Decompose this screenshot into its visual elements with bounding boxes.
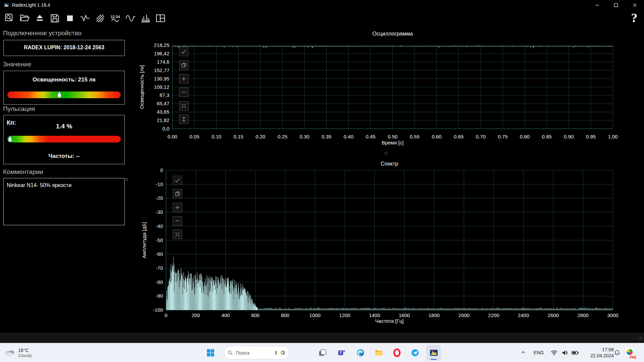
taskbar-messenger-button[interactable] — [408, 345, 422, 360]
svg-text:0: 0 — [165, 312, 167, 318]
svg-text:0.40: 0.40 — [344, 134, 354, 139]
multi-chart-mode-button[interactable] — [93, 11, 107, 25]
wifi-button[interactable] — [549, 348, 559, 357]
taskbar-opera-button[interactable] — [389, 345, 404, 360]
oscillogram-zoom-out-button[interactable] — [179, 87, 189, 97]
svg-text:0.05: 0.05 — [190, 134, 199, 139]
maximize-button[interactable] — [606, 0, 625, 10]
pulsation-section-title: Пульсация — [3, 105, 35, 113]
svg-text:2400: 2400 — [518, 312, 529, 318]
svg-text:0.30: 0.30 — [300, 134, 309, 139]
numeric-mode-icon: 12.34 — [110, 13, 121, 24]
svg-text:0.50: 0.50 — [388, 134, 397, 139]
chevron-up-icon — [520, 350, 526, 356]
svg-text:1.00: 1.00 — [608, 134, 618, 139]
svg-text:0.35: 0.35 — [322, 134, 331, 139]
fit-icon — [175, 232, 180, 237]
bell-icon — [614, 349, 621, 356]
task-view-icon — [318, 348, 327, 357]
volume-button[interactable] — [560, 348, 570, 357]
svg-text:Амплитуда [дБ]: Амплитуда [дБ] — [141, 222, 147, 258]
open-file-icon — [19, 13, 30, 24]
svg-text:600: 600 — [251, 312, 260, 318]
svg-text:174,6: 174,6 — [157, 59, 169, 65]
layout-mode-icon — [155, 13, 166, 24]
spectrum-fit-button[interactable] — [173, 230, 182, 239]
svg-text:200: 200 — [192, 312, 200, 318]
svg-text:0.80: 0.80 — [520, 134, 530, 139]
minimize-button[interactable] — [588, 0, 606, 10]
oscillogram-zoom-in-button[interactable] — [179, 74, 189, 83]
weather-widget[interactable]: 16°C Cloudy — [3, 343, 32, 362]
close-icon — [633, 3, 637, 7]
save-file-button[interactable] — [48, 11, 61, 25]
spectrum-copy-button[interactable] — [173, 189, 182, 198]
notifications-button[interactable] — [612, 348, 622, 357]
eject-device-button[interactable] — [33, 11, 46, 25]
help-button[interactable]: ? — [627, 10, 641, 25]
oscillogram-cursor-button[interactable] — [179, 115, 189, 124]
pulse-mode-button[interactable] — [78, 11, 92, 25]
svg-text:2200: 2200 — [488, 312, 499, 318]
svg-text:0.00: 0.00 — [167, 134, 177, 139]
comments-box[interactable]: Ninkear N14- 50% яркости — [3, 178, 125, 225]
tray-chevron-button[interactable] — [519, 348, 528, 357]
svg-text:-90: -90 — [156, 293, 163, 299]
svg-text:12.34: 12.34 — [110, 14, 120, 18]
spectrum-mode-button[interactable] — [139, 11, 152, 25]
resize-grip-icon[interactable] — [638, 336, 643, 342]
taskbar-edge-button[interactable] — [353, 345, 368, 360]
splitter-handle[interactable] — [125, 178, 128, 181]
svg-text:1200: 1200 — [339, 312, 350, 318]
messenger-icon — [411, 348, 420, 357]
autoscale-icon — [175, 178, 180, 183]
svg-text:-30: -30 — [156, 209, 163, 215]
oscillogram-autoscale-button[interactable] — [179, 47, 189, 56]
svg-text:800: 800 — [281, 312, 289, 318]
recorder-tray-icon[interactable]: PRE — [625, 347, 636, 358]
taskbar-clock[interactable]: 17:08 22.04.2024 — [582, 347, 614, 359]
taskbar-radexlight-button[interactable] — [426, 345, 441, 360]
taskbar-start-button[interactable] — [203, 345, 218, 360]
oscillogram-mode-button[interactable] — [123, 11, 137, 25]
svg-text:0.10: 0.10 — [212, 134, 221, 139]
svg-text:Осциллограмма: Осциллограмма — [372, 31, 413, 37]
preview-button[interactable] — [3, 11, 16, 25]
oscillogram-fit-button[interactable] — [179, 101, 189, 111]
illuminance-marker — [57, 91, 62, 99]
oscillogram-copy-button[interactable] — [179, 60, 189, 70]
zoom-in-icon — [181, 76, 186, 81]
svg-text:218,25: 218,25 — [154, 42, 169, 48]
numeric-mode-button[interactable]: 12.34 — [108, 11, 122, 25]
battery-button[interactable] — [570, 348, 580, 357]
svg-text:1800: 1800 — [429, 312, 440, 318]
spectrum-zoom-in-button[interactable] — [173, 203, 182, 212]
splitter-handle[interactable] — [385, 152, 387, 155]
spectrum-zoom-out-button[interactable] — [173, 216, 182, 226]
taskbar-task-view-button[interactable] — [315, 345, 330, 360]
close-button[interactable] — [625, 0, 644, 10]
toolbar: 12.34 — [0, 10, 627, 26]
svg-text:-20: -20 — [156, 195, 163, 201]
frequencies-value: Частоты: -- — [4, 153, 124, 160]
svg-text:1400: 1400 — [369, 312, 380, 318]
value-section-title: Значение — [3, 61, 31, 68]
taskbar-file-explorer-button[interactable] — [371, 345, 386, 360]
zoom-in-icon — [175, 205, 180, 210]
svg-text:152,77: 152,77 — [154, 67, 169, 73]
taskbar-teams-button[interactable]: T — [334, 345, 349, 360]
taskbar: 16°C Cloudy Поиск ENG — [0, 343, 644, 362]
stop-measurement-button[interactable] — [63, 11, 76, 25]
svg-text:0.75: 0.75 — [498, 134, 507, 139]
taskbar-search-box[interactable]: Поиск — [224, 346, 289, 359]
search-highlight-icon — [280, 350, 286, 356]
layout-mode-button[interactable] — [154, 11, 167, 25]
svg-text:0.85: 0.85 — [542, 134, 551, 139]
oscillogram-mode-icon — [125, 13, 136, 24]
svg-text:-10: -10 — [156, 181, 163, 187]
open-file-button[interactable] — [18, 11, 31, 25]
language-indicator[interactable]: ENG — [532, 348, 545, 357]
radexlight-app: RadexLight 1.16.4 12.34 ? Подключенное у… — [0, 0, 644, 362]
spectrum-autoscale-button[interactable] — [173, 176, 182, 185]
radexlight-logo-icon — [3, 2, 9, 8]
